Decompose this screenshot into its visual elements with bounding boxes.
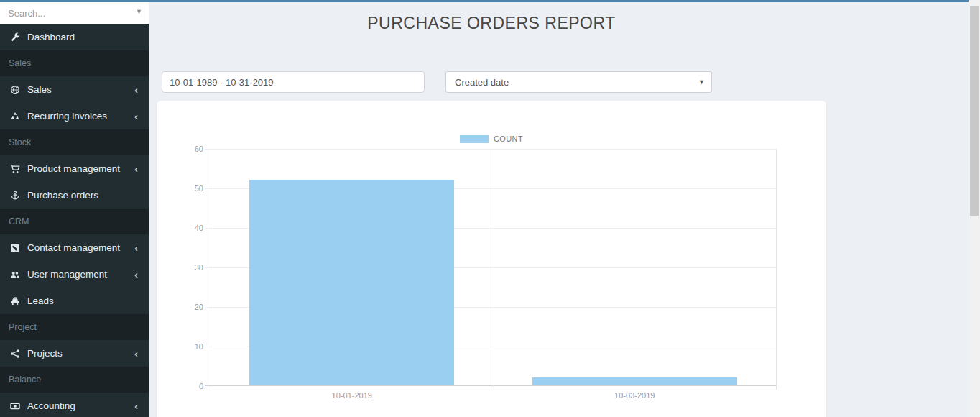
share-nodes-icon: [10, 349, 20, 359]
date-field-select[interactable]: Created date ▼: [445, 71, 712, 93]
y-tick-label: 20: [176, 303, 203, 311]
y-gridline: [205, 149, 776, 150]
globe-icon: [10, 85, 20, 95]
scrollbar-thumb[interactable]: [970, 6, 979, 216]
y-tick-label: 40: [176, 224, 203, 232]
cart-icon: [10, 164, 20, 174]
sidebar-section-label: Balance: [9, 375, 41, 385]
sidebar-item-sales[interactable]: Sales‹: [0, 76, 149, 103]
report-card: COUNT 010203040506010-01-201910-03-2019: [157, 101, 826, 417]
sidebar-item-dashboard[interactable]: Dashboard: [0, 24, 149, 50]
wrench-icon: [10, 32, 20, 42]
sidebar-section-balance: Balance: [0, 367, 149, 393]
x-tick-label: 10-03-2019: [494, 391, 777, 400]
money-icon: [10, 401, 20, 411]
x-tick-label: 10-01-2019: [211, 391, 494, 400]
sidebar-item-product-management[interactable]: Product management‹: [0, 155, 149, 182]
search-input[interactable]: [0, 2, 149, 24]
y-tick-label: 50: [176, 184, 203, 193]
sidebar-section-label: CRM: [9, 216, 29, 226]
sidebar-item-label: User management: [27, 269, 134, 280]
chevron-left-icon: ‹: [134, 269, 138, 280]
sidebar-item-purchase-orders[interactable]: Purchase orders: [0, 182, 149, 208]
y-tick-label: 60: [176, 145, 203, 153]
date-field-select-value: Created date: [455, 77, 509, 88]
sidebar-nav: DashboardSalesSales‹Recurring invoices‹S…: [0, 24, 149, 417]
y-tick-label: 30: [176, 263, 203, 272]
bar-10-03-2019[interactable]: [532, 377, 737, 385]
sidebar-item-projects[interactable]: Projects‹: [0, 340, 149, 367]
users-icon: [10, 270, 20, 280]
chevron-left-icon: ‹: [134, 111, 138, 122]
recycle-icon: [10, 111, 20, 122]
sidebar-item-label: Projects: [27, 348, 134, 359]
sidebar-section-stock: Stock: [0, 129, 149, 155]
sidebar-section-label: Project: [9, 322, 37, 332]
sidebar-item-accounting[interactable]: Accounting‹: [0, 393, 149, 417]
x-gridline: [494, 149, 494, 390]
x-axis-line: [205, 385, 776, 386]
sidebar: ▼ DashboardSalesSales‹Recurring invoices…: [0, 2, 149, 417]
top-accent-bar: [0, 0, 980, 2]
sidebar-item-label: Sales: [27, 84, 134, 95]
phone-square-icon: [10, 243, 20, 253]
chevron-left-icon: ‹: [134, 242, 138, 253]
sidebar-item-recurring-invoices[interactable]: Recurring invoices‹: [0, 103, 149, 129]
bar-10-01-2019[interactable]: [249, 180, 454, 385]
chevron-left-icon: ‹: [134, 163, 138, 174]
legend-label: COUNT: [494, 134, 523, 143]
sidebar-section-label: Stock: [9, 137, 31, 147]
chevron-down-icon[interactable]: ▼: [136, 9, 142, 15]
sidebar-section-sales: Sales: [0, 50, 149, 76]
y-tick-label: 10: [176, 342, 203, 351]
chevron-left-icon: ‹: [134, 400, 138, 411]
sidebar-section-label: Sales: [9, 58, 31, 68]
page-title: PURCHASE ORDERS REPORT: [157, 14, 826, 33]
chevron-left-icon: ‹: [134, 84, 138, 95]
sidebar-item-label: Purchase orders: [27, 190, 149, 201]
anchor-icon: [10, 191, 20, 201]
sidebar-section-project: Project: [0, 314, 149, 340]
chevron-down-icon: ▼: [698, 79, 705, 86]
sidebar-search: ▼: [0, 2, 149, 24]
x-gridline: [211, 149, 211, 390]
sidebar-item-label: Product management: [27, 163, 134, 174]
sidebar-item-contact-management[interactable]: Contact management‹: [0, 234, 149, 261]
vertical-scrollbar[interactable]: [969, 0, 980, 417]
sidebar-item-label: Leads: [27, 295, 149, 306]
date-range-input[interactable]: [162, 71, 425, 93]
y-tick-label: 0: [176, 382, 203, 390]
bar-chart: 010203040506010-01-201910-03-2019: [211, 149, 776, 386]
sidebar-item-label: Accounting: [27, 400, 134, 411]
chevron-left-icon: ‹: [134, 348, 138, 359]
sidebar-item-label: Contact management: [27, 242, 134, 253]
legend-swatch: [460, 135, 489, 143]
sidebar-item-label: Recurring invoices: [27, 111, 134, 122]
taxi-icon: [10, 296, 20, 306]
chart-legend[interactable]: COUNT: [157, 134, 826, 143]
sidebar-section-crm: CRM: [0, 208, 149, 234]
x-gridline: [776, 149, 777, 390]
sidebar-item-label: Dashboard: [27, 32, 149, 42]
sidebar-item-user-management[interactable]: User management‹: [0, 261, 149, 288]
sidebar-item-leads[interactable]: Leads: [0, 288, 149, 314]
